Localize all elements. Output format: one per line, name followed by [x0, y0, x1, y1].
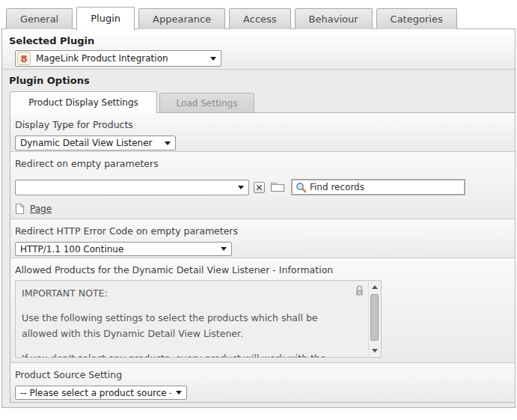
subtab-product-display-settings[interactable]: Product Display Settings	[10, 91, 157, 113]
http-error-code-section: Redirect HTTP Error Code on empty parame…	[10, 219, 515, 258]
scroll-up-icon[interactable]	[369, 281, 381, 293]
main-tab-bar: General Plugin Appearance Access Behavio…	[6, 6, 461, 29]
tab-general[interactable]: General	[6, 8, 73, 29]
page-link[interactable]: Page	[30, 204, 52, 214]
search-icon	[296, 182, 307, 193]
note-line-2: Use the following settings to select the…	[22, 310, 348, 341]
plugin-options-heading: Plugin Options	[2, 70, 515, 86]
chevron-down-icon	[221, 247, 227, 251]
allowed-products-note: IMPORTANT NOTE: Use the following settin…	[15, 280, 382, 358]
clear-selection-button[interactable]	[254, 182, 265, 193]
product-source-section: Product Source Setting -- Please select …	[10, 363, 515, 402]
page-icon	[15, 203, 25, 215]
redirect-target-dropdown[interactable]	[15, 180, 249, 195]
tab-categories[interactable]: Categories	[376, 8, 457, 29]
note-line-3: If you don't select any products, every …	[22, 350, 348, 358]
plugin-tab-panel: Selected Plugin 8 MageLink Product Integ…	[1, 28, 516, 408]
find-records-input[interactable]	[310, 182, 461, 192]
subtab-load-settings[interactable]: Load Settings	[159, 93, 254, 112]
display-type-section: Display Type for Products Dynamic Detail…	[10, 113, 515, 152]
http-error-code-label: Redirect HTTP Error Code on empty parame…	[15, 219, 515, 237]
redirect-label: Redirect on empty parameters	[15, 152, 515, 169]
chevron-down-icon	[165, 141, 171, 145]
selected-plugin-heading: Selected Plugin	[2, 29, 515, 46]
folder-icon	[270, 181, 285, 193]
tab-access[interactable]: Access	[229, 8, 291, 29]
product-source-label: Product Source Setting	[15, 363, 515, 380]
selected-plugin-dropdown[interactable]: 8 MageLink Product Integration	[15, 50, 221, 67]
browse-folder-button[interactable]	[269, 180, 286, 194]
find-records-box	[291, 179, 465, 195]
product-source-value: -- Please select a product source --	[20, 388, 171, 398]
note-scrollbar[interactable]	[368, 281, 380, 356]
http-error-code-dropdown[interactable]: HTTP/1.1 100 Continue	[15, 242, 232, 256]
display-type-dropdown[interactable]: Dynamic Detail View Listener	[15, 136, 176, 150]
allowed-products-label: Allowed Products for the Dynamic Detail …	[15, 258, 515, 276]
tab-plugin[interactable]: Plugin	[76, 7, 135, 30]
redirect-controls-row	[15, 179, 515, 195]
chevron-down-icon	[238, 186, 244, 189]
tab-appearance[interactable]: Appearance	[138, 8, 225, 29]
plugin-settings-window: General Plugin Appearance Access Behavio…	[0, 0, 517, 420]
page-link-row: Page	[15, 203, 515, 215]
chevron-down-icon	[210, 57, 216, 61]
note-line-1: IMPORTANT NOTE:	[22, 285, 348, 301]
chevron-down-icon	[176, 391, 182, 395]
tab-behaviour[interactable]: Behaviour	[295, 8, 373, 29]
allowed-products-section: Allowed Products for the Dynamic Detail …	[10, 258, 515, 363]
plugin-options-subtab-bar: Product Display Settings Load Settings	[10, 91, 515, 112]
x-icon	[256, 184, 263, 191]
lock-icon	[355, 285, 364, 296]
scroll-down-icon[interactable]	[369, 345, 381, 356]
scrollbar-thumb[interactable]	[370, 294, 379, 341]
selected-plugin-value: MageLink Product Integration	[36, 53, 206, 64]
magelink-plugin-icon: 8	[17, 52, 31, 65]
selected-plugin-section: Selected Plugin 8 MageLink Product Integ…	[2, 29, 515, 70]
product-source-dropdown[interactable]: -- Please select a product source --	[15, 386, 187, 400]
http-error-code-value: HTTP/1.1 100 Continue	[20, 244, 216, 255]
display-type-value: Dynamic Detail View Listener	[20, 138, 160, 148]
display-type-label: Display Type for Products	[15, 113, 515, 130]
redirect-section: Redirect on empty parameters	[10, 152, 515, 219]
product-display-settings-panel: Display Type for Products Dynamic Detail…	[10, 112, 516, 403]
